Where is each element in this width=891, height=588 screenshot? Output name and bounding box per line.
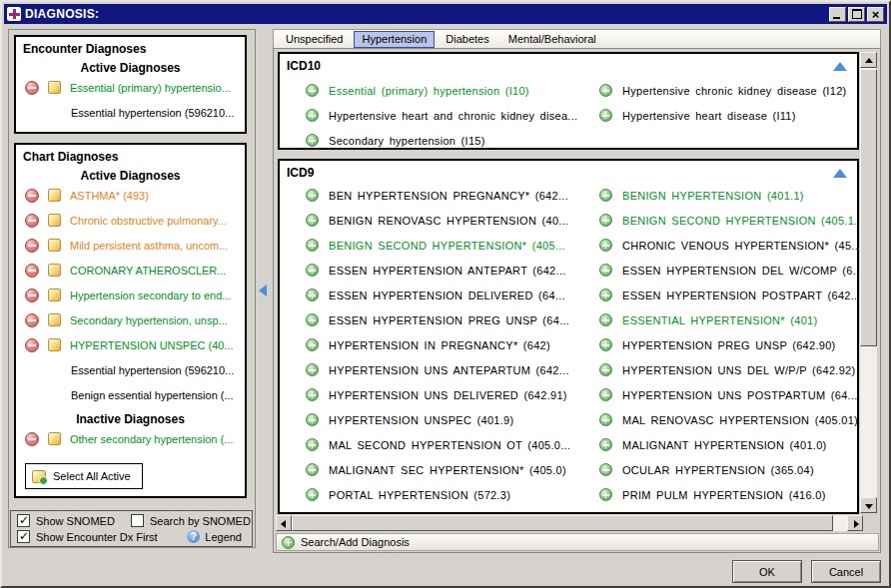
tab-hypertension[interactable]: Hypertension: [354, 31, 435, 48]
diagnosis-label[interactable]: Secondary hypertension, unsp...: [70, 314, 228, 326]
diagnosis-label[interactable]: BENIGN SECOND HYPERTENSION (405.1...: [622, 215, 857, 227]
minimize-icon[interactable]: [829, 7, 846, 22]
add-diagnosis-icon[interactable]: [306, 313, 319, 326]
add-diagnosis-icon[interactable]: [306, 338, 319, 351]
diagnosis-label[interactable]: HYPERTENSION UNSPEC (401.9): [329, 414, 514, 426]
diagnosis-label[interactable]: Hypertension secondary to end...: [70, 290, 231, 301]
remove-diagnosis-icon[interactable]: [25, 81, 39, 95]
add-diagnosis-icon[interactable]: [306, 388, 319, 401]
add-diagnosis-icon[interactable]: [599, 264, 612, 277]
collapse-section-icon[interactable]: [833, 169, 847, 178]
diagnosis-label[interactable]: HYPERTENSION UNSPEC (40...: [70, 339, 234, 351]
legend-link[interactable]: Legend: [187, 530, 242, 543]
add-diagnosis-icon[interactable]: [306, 413, 319, 426]
add-diagnosis-icon[interactable]: [599, 189, 612, 202]
diagnosis-label[interactable]: MALIGNANT HYPERTENSION (401.0): [622, 439, 827, 451]
diagnosis-label[interactable]: ESSEN HYPERTENSION POSTPART (642...: [622, 290, 857, 301]
maximize-icon[interactable]: [848, 7, 865, 22]
remove-diagnosis-icon[interactable]: [25, 239, 39, 253]
remove-diagnosis-icon[interactable]: [25, 313, 39, 327]
diagnosis-label[interactable]: Mild persistent asthma, uncom...: [70, 240, 228, 252]
diagnosis-label[interactable]: OCULAR HYPERTENSION (365.04): [622, 464, 814, 476]
show-snomed-checkbox[interactable]: Show SNOMED: [17, 514, 115, 527]
diagnosis-label[interactable]: Essential (primary) hypertension (I10): [329, 85, 529, 97]
search-by-snomed-checkbox-box[interactable]: [131, 514, 144, 527]
diagnosis-label[interactable]: ESSEN HYPERTENSION DELIVERED (64...: [329, 290, 565, 301]
add-diagnosis-icon[interactable]: [306, 134, 319, 147]
add-diagnosis-icon[interactable]: [599, 463, 612, 476]
remove-diagnosis-icon[interactable]: [25, 432, 39, 446]
scroll-right-icon[interactable]: [847, 515, 863, 531]
diagnosis-label[interactable]: Hypertensive chronic kidney disease (I12…: [622, 85, 847, 97]
diagnosis-label[interactable]: HYPERTENSION UNS DEL W/P/P (642.92): [622, 364, 855, 376]
diagnosis-note-icon[interactable]: [48, 313, 61, 326]
diagnosis-label[interactable]: ESSEN HYPERTENSION DEL W/COMP (6...: [622, 265, 857, 277]
search-by-snomed-checkbox[interactable]: Search by SNOMED: [131, 514, 251, 527]
diagnosis-label[interactable]: Other secondary hypertension (...: [70, 433, 233, 445]
add-diagnosis-icon[interactable]: [306, 84, 319, 97]
diagnosis-label[interactable]: HYPERTENSION UNS ANTEPARTUM (642...: [329, 364, 569, 376]
diagnosis-label[interactable]: Secondary hypertension (I15): [329, 135, 485, 147]
close-icon[interactable]: [867, 7, 884, 22]
remove-diagnosis-icon[interactable]: [25, 289, 39, 302]
add-diagnosis-icon[interactable]: [306, 438, 319, 451]
remove-diagnosis-icon[interactable]: [25, 264, 39, 278]
diagnosis-label[interactable]: PORTAL HYPERTENSION (572.3): [329, 489, 510, 501]
select-all-active-button[interactable]: Select All Active: [25, 463, 143, 489]
add-diagnosis-icon[interactable]: [306, 239, 319, 252]
diagnosis-label[interactable]: MALIGNANT SEC HYPERTENSION* (405.0): [329, 464, 566, 476]
ok-button[interactable]: OK: [732, 560, 802, 583]
diagnosis-label[interactable]: HYPERTENSION UNS POSTPARTUM (64...: [622, 389, 857, 401]
diagnosis-note-icon[interactable]: [48, 264, 61, 277]
diagnosis-label[interactable]: HYPERTENSION PREG UNSP (642.90): [622, 339, 836, 351]
diagnosis-label[interactable]: Benign essential hypertension (...: [71, 389, 234, 401]
show-encounter-dx-checkbox[interactable]: Show Encounter Dx First: [17, 530, 158, 543]
show-encounter-dx-checkbox-box[interactable]: [17, 530, 30, 543]
add-diagnosis-icon[interactable]: [599, 438, 612, 451]
remove-diagnosis-icon[interactable]: [25, 189, 39, 203]
add-diagnosis-icon[interactable]: [599, 413, 612, 426]
scroll-left-icon[interactable]: [276, 515, 292, 531]
add-diagnosis-icon[interactable]: [306, 289, 319, 301]
diagnosis-label[interactable]: HYPERTENSION UNS DELIVERED (642.91): [329, 389, 567, 401]
diagnosis-note-icon[interactable]: [48, 289, 61, 301]
add-diagnosis-icon[interactable]: [599, 109, 612, 122]
diagnosis-label[interactable]: Essential hypertension (596210...: [71, 107, 234, 119]
add-diagnosis-icon[interactable]: [306, 189, 319, 202]
show-snomed-checkbox-box[interactable]: [17, 514, 30, 527]
diagnosis-label[interactable]: BEN HYPERTENSION PREGNANCY* (642...: [329, 190, 568, 202]
diagnosis-label[interactable]: Hypertensive heart and chronic kidney di…: [329, 110, 577, 122]
remove-diagnosis-icon[interactable]: [25, 214, 39, 228]
vertical-scrollbar-thumb[interactable]: [860, 69, 877, 346]
cancel-button[interactable]: Cancel: [811, 560, 881, 583]
tab-unspecified[interactable]: Unspecified: [278, 31, 351, 48]
diagnosis-label[interactable]: Hypertensive heart disease (I11): [622, 110, 796, 122]
diagnosis-note-icon[interactable]: [48, 338, 61, 351]
diagnosis-note-icon[interactable]: [48, 239, 61, 252]
add-diagnosis-icon[interactable]: [306, 488, 319, 501]
diagnosis-label[interactable]: ESSEN HYPERTENSION ANTEPART (642...: [329, 265, 566, 277]
add-diagnosis-icon[interactable]: [599, 289, 612, 301]
diagnosis-label[interactable]: ASTHMA* (493): [70, 190, 149, 202]
scroll-down-icon[interactable]: [860, 497, 877, 513]
tab-diabetes[interactable]: Diabetes: [438, 31, 496, 48]
diagnosis-label[interactable]: BENIGN HYPERTENSION (401.1): [622, 190, 804, 202]
diagnosis-label[interactable]: CORONARY ATHEROSCLER...: [70, 265, 226, 277]
diagnosis-note-icon[interactable]: [48, 432, 61, 445]
diagnosis-label[interactable]: ESSEN HYPERTENSION PREG UNSP (64...: [329, 314, 569, 326]
diagnosis-label[interactable]: MAL RENOVASC HYPERTENSION (405.01): [622, 414, 857, 426]
tab-mental-behavioral[interactable]: Mental/Behavioral: [500, 31, 604, 48]
diagnosis-label[interactable]: PRIM PULM HYPERTENSION (416.0): [622, 489, 826, 501]
diagnosis-note-icon[interactable]: [48, 214, 61, 227]
diagnosis-label[interactable]: BENIGN SECOND HYPERTENSION* (405...: [329, 240, 565, 252]
diagnosis-note-icon[interactable]: [48, 81, 61, 94]
diagnosis-label[interactable]: ESSENTIAL HYPERTENSION* (401): [622, 314, 817, 326]
diagnosis-label[interactable]: CHRONIC VENOUS HYPERTENSION* (45...: [622, 240, 857, 252]
diagnosis-label[interactable]: Essential hypertension (596210...: [71, 364, 234, 376]
scroll-up-icon[interactable]: [860, 52, 877, 68]
diagnosis-label[interactable]: Chronic obstructive pulmonary...: [70, 215, 227, 227]
add-diagnosis-icon[interactable]: [599, 338, 612, 351]
collapse-section-icon[interactable]: [833, 62, 847, 71]
add-diagnosis-icon[interactable]: [599, 214, 612, 227]
add-diagnosis-icon[interactable]: [306, 109, 319, 122]
